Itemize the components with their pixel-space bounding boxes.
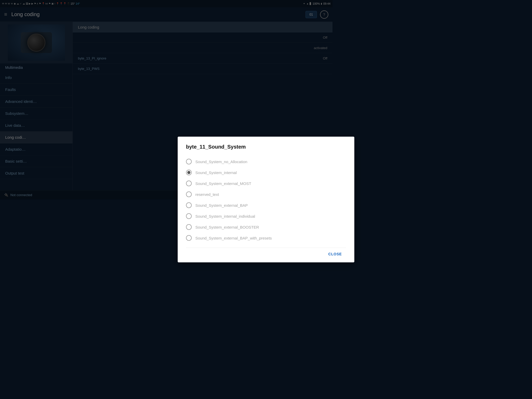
modal-overlay: byte_11_Sound_System Sound_System_no_All… — [0, 0, 332, 200]
radio-option-0[interactable]: Sound_System_no_Allocation — [186, 156, 332, 167]
modal-dialog: byte_11_Sound_System Sound_System_no_All… — [178, 137, 332, 200]
radio-circle-1 — [186, 170, 192, 175]
radio-label-0: Sound_System_no_Allocation — [195, 159, 247, 164]
radio-circle-0 — [186, 159, 192, 164]
radio-label-2: Sound_System_external_MOST — [195, 181, 251, 186]
radio-option-1[interactable]: Sound_System_internal — [186, 167, 332, 178]
radio-circle-3 — [186, 191, 192, 197]
radio-label-3: reserved_text — [195, 192, 219, 197]
radio-circle-2 — [186, 181, 192, 186]
radio-label-1: Sound_System_internal — [195, 170, 237, 175]
radio-option-2[interactable]: Sound_System_external_MOST — [186, 178, 332, 189]
radio-option-3[interactable]: reserved_text — [186, 189, 332, 200]
modal-title: byte_11_Sound_System — [186, 144, 332, 150]
radio-inner-1 — [187, 171, 190, 174]
